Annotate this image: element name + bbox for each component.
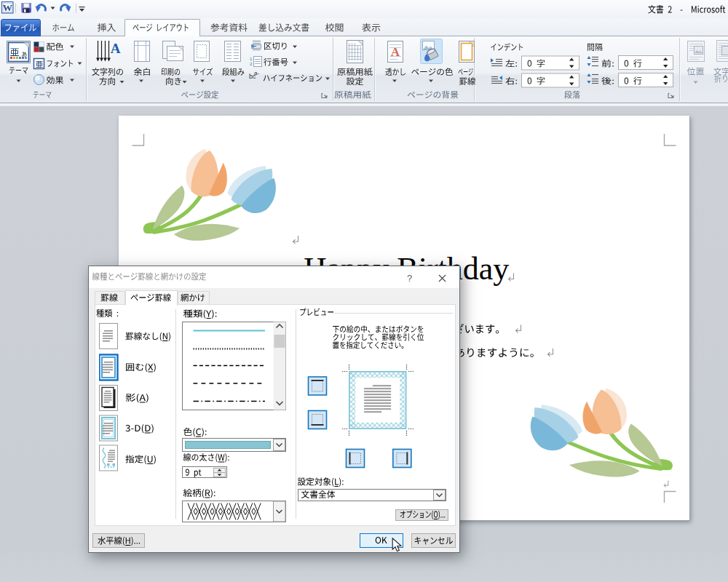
svg-text:?: ?: [407, 273, 412, 284]
svg-text:1: 1: [250, 57, 253, 61]
svg-text:2: 2: [250, 62, 253, 66]
svg-text:a-: a-: [254, 70, 259, 76]
svg-text:A: A: [391, 45, 400, 59]
svg-text:W: W: [3, 2, 12, 13]
svg-text:A: A: [111, 41, 121, 56]
